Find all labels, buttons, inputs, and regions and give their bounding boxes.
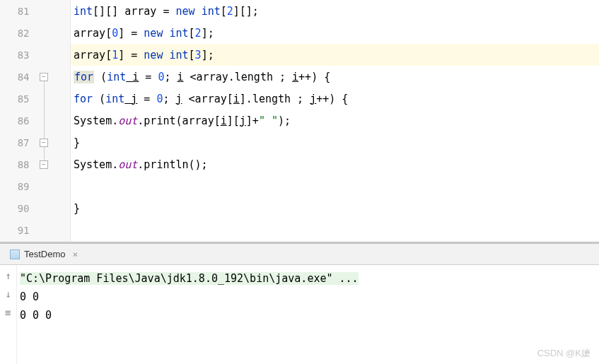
line-number: 81	[0, 6, 34, 17]
code-content[interactable]: int[][] array = new int[2][]; array[0] =…	[71, 0, 599, 242]
code-line: }	[71, 131, 599, 153]
line-number: 89	[0, 181, 34, 192]
scroll-down-icon[interactable]: ↓	[5, 289, 11, 299]
code-line: array[0] = new int[2];	[71, 22, 599, 44]
console-output[interactable]: "C:\Program Files\Java\jdk1.8.0_192\bin\…	[17, 265, 599, 364]
line-number: 91	[0, 225, 34, 236]
console-command: "C:\Program Files\Java\jdk1.8.0_192\bin\…	[20, 272, 359, 285]
soft-wrap-icon[interactable]: ≡	[5, 307, 11, 317]
code-line	[71, 219, 599, 241]
line-number: 90	[0, 203, 34, 214]
run-tab-label[interactable]: TestDemo	[24, 249, 66, 259]
line-number: 87	[0, 137, 34, 148]
fold-open-icon[interactable]: −	[40, 73, 48, 81]
code-line: int[][] array = new int[2][];	[71, 0, 599, 22]
console-line: 0 0 0	[20, 306, 596, 324]
line-number: 82	[0, 28, 34, 39]
code-line: }	[71, 197, 599, 219]
run-config-icon	[10, 249, 20, 259]
console: ↑ ↓ ≡ "C:\Program Files\Java\jdk1.8.0_19…	[0, 265, 599, 364]
code-line: for (int j = 0; j <array[i].length ; j++…	[71, 88, 599, 110]
line-number: 86	[0, 115, 34, 127]
fold-close-icon[interactable]: −	[40, 160, 48, 169]
line-number: 88	[0, 159, 34, 170]
code-line: for (int i = 0; i <array.length ; i++) {	[71, 66, 599, 88]
gutter: 81 82 83 84− 85 86 87− 88− 89 90 91	[0, 0, 71, 242]
code-line: System.out.print(array[i][j]+" ");	[71, 110, 599, 131]
close-icon[interactable]: ×	[73, 249, 78, 259]
run-tab-bar: TestDemo ×	[0, 244, 599, 265]
code-line	[71, 175, 599, 197]
line-number: 85	[0, 93, 34, 105]
line-number: 83	[0, 49, 34, 61]
console-toolbar: ↑ ↓ ≡	[0, 265, 17, 364]
fold-close-icon[interactable]: −	[40, 139, 48, 147]
scroll-up-icon[interactable]: ↑	[5, 271, 11, 281]
code-line-current: array[1] = new int[3];	[71, 44, 599, 66]
code-editor[interactable]: 81 82 83 84− 85 86 87− 88− 89 90 91 int[…	[0, 0, 599, 242]
code-line: System.out.println();	[71, 153, 599, 175]
line-number: 84	[0, 71, 34, 83]
console-line: 0 0	[20, 288, 596, 306]
